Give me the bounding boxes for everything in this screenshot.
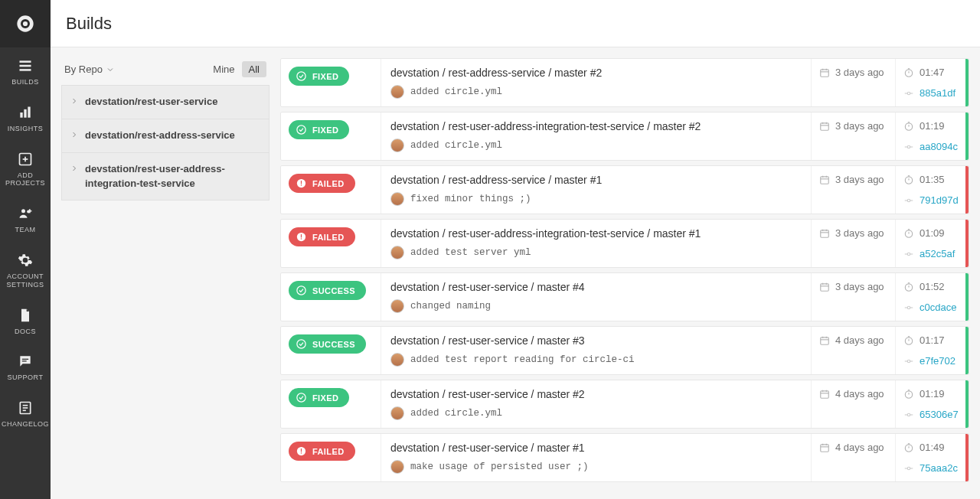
calendar-icon — [819, 282, 830, 292]
status-stripe — [965, 380, 969, 428]
check-circle-icon — [296, 338, 307, 350]
avatar — [390, 406, 404, 420]
nav-insights[interactable]: INSIGHTS — [0, 94, 51, 141]
nav-label: ADD PROJECTS — [0, 171, 51, 188]
build-row[interactable]: SUCCESS devstation / rest-user-service /… — [280, 326, 969, 375]
builds-icon — [18, 58, 33, 73]
changelog-icon — [18, 400, 33, 416]
repo-item[interactable]: devstation/rest-user-service — [61, 85, 270, 119]
nav-support[interactable]: SUPPORT — [0, 343, 51, 390]
status-col: FAILED — [281, 220, 381, 267]
build-title[interactable]: devstation / rest-user-address-integrati… — [390, 120, 802, 132]
build-title[interactable]: devstation / rest-user-service / master … — [390, 334, 802, 347]
svg-rect-103 — [301, 448, 302, 452]
commit-row: changed naming — [390, 299, 802, 313]
status-badge: SUCCESS — [289, 281, 366, 300]
status-col: FAILED — [281, 434, 381, 481]
repo-item[interactable]: devstation/rest-address-service — [61, 119, 270, 153]
build-row[interactable]: FAILED devstation / rest-address-service… — [280, 165, 969, 214]
git-commit-icon — [903, 302, 914, 313]
svg-point-21 — [297, 72, 305, 80]
svg-point-53 — [907, 199, 910, 202]
filter-mine[interactable]: Mine — [206, 61, 241, 77]
commit-row: added test report reading for circle-ci — [390, 353, 802, 367]
nav-team[interactable]: TEAM — [0, 195, 51, 242]
by-repo-dropdown[interactable]: By Repo — [64, 64, 115, 75]
nav-builds[interactable]: BUILDS — [0, 47, 51, 94]
build-row[interactable]: FIXED devstation / rest-address-service … — [280, 58, 969, 107]
avatar — [390, 460, 404, 474]
nav-add-projects[interactable]: ADD PROJECTS — [0, 141, 51, 196]
build-title[interactable]: devstation / rest-user-service / master … — [390, 442, 802, 454]
filter-all[interactable]: All — [242, 61, 266, 77]
nav-label: ACCOUNT SETTINGS — [0, 272, 51, 289]
build-row[interactable]: SUCCESS devstation / rest-user-service /… — [280, 272, 969, 321]
meta-col: 3 days ago — [811, 166, 895, 214]
commit-message: added test report reading for circle-ci — [410, 354, 635, 365]
circleci-logo[interactable] — [0, 0, 51, 47]
svg-rect-70 — [821, 283, 829, 290]
status-badge: FAILED — [289, 442, 355, 461]
stopwatch-icon — [903, 442, 914, 453]
commit-sha[interactable]: 75aaa2c — [903, 462, 958, 474]
time-col: 01:19 aa8094c — [895, 113, 965, 160]
build-row[interactable]: FAILED devstation / rest-user-service / … — [280, 433, 969, 482]
build-title[interactable]: devstation / rest-user-address-integrati… — [390, 227, 802, 240]
commit-sha[interactable]: 65306e7 — [903, 409, 958, 420]
status-label: SUCCESS — [312, 286, 355, 295]
repo-name: devstation/rest-user-address-integration… — [85, 162, 260, 191]
team-icon — [18, 206, 33, 221]
svg-point-99 — [907, 413, 910, 416]
calendar-icon — [819, 67, 830, 78]
by-repo-label: By Repo — [64, 64, 103, 75]
commit-row: added circle.yml — [390, 139, 802, 152]
build-row[interactable]: FIXED devstation / rest-user-service / m… — [280, 380, 969, 429]
add-projects-icon — [18, 152, 33, 167]
commit-sha[interactable]: a52c5af — [903, 248, 958, 259]
svg-rect-58 — [301, 238, 302, 239]
svg-rect-46 — [821, 176, 829, 183]
chevron-right-icon — [70, 164, 79, 173]
commit-sha[interactable]: c0cdace — [903, 302, 958, 313]
status-stripe — [965, 220, 969, 267]
build-title[interactable]: devstation / rest-address-service / mast… — [390, 174, 802, 186]
main: Builds By Repo Mine All — [51, 0, 980, 499]
repo-item[interactable]: devstation/rest-user-address-integration… — [61, 153, 270, 201]
git-commit-icon — [903, 195, 914, 206]
info-col: devstation / rest-user-service / master … — [381, 434, 811, 481]
commit-sha[interactable]: e7fe702 — [903, 355, 958, 367]
build-row[interactable]: FAILED devstation / rest-user-address-in… — [280, 219, 969, 268]
status-badge: SUCCESS — [289, 334, 366, 354]
build-duration: 01:19 — [903, 388, 958, 400]
status-stripe — [965, 434, 969, 481]
svg-rect-104 — [301, 452, 302, 453]
svg-rect-57 — [301, 234, 302, 237]
build-row[interactable]: FIXED devstation / rest-user-address-int… — [280, 112, 969, 161]
calendar-icon — [819, 174, 830, 185]
commit-sha[interactable]: aa8094c — [903, 141, 958, 152]
svg-rect-22 — [821, 69, 829, 76]
build-title[interactable]: devstation / rest-address-service / mast… — [390, 67, 802, 79]
build-title[interactable]: devstation / rest-user-service / master … — [390, 388, 802, 400]
nav-docs[interactable]: DOCS — [0, 297, 51, 344]
build-age: 4 days ago — [819, 442, 887, 453]
svg-rect-45 — [301, 184, 302, 185]
info-col: devstation / rest-user-address-integrati… — [381, 220, 811, 267]
build-duration: 01:17 — [903, 334, 958, 346]
commit-sha[interactable]: 791d97d — [903, 194, 958, 206]
time-col: 01:35 791d97d — [895, 166, 965, 214]
status-label: FAILED — [312, 447, 345, 456]
build-title[interactable]: devstation / rest-user-service / master … — [390, 281, 802, 293]
info-col: devstation / rest-user-service / master … — [381, 327, 811, 374]
status-col: FIXED — [281, 59, 381, 106]
nav-account-settings[interactable]: ACCOUNT SETTINGS — [0, 242, 51, 297]
build-age: 3 days ago — [819, 120, 887, 132]
svg-rect-81 — [821, 337, 829, 344]
meta-col: 3 days ago — [811, 220, 895, 267]
build-age: 3 days ago — [819, 281, 887, 292]
commit-sha[interactable]: 885a1df — [903, 87, 958, 99]
nav-changelog[interactable]: CHANGELOG — [0, 390, 51, 436]
calendar-icon — [819, 121, 830, 132]
check-circle-icon — [296, 392, 307, 403]
repo-name: devstation/rest-user-service — [85, 95, 217, 109]
